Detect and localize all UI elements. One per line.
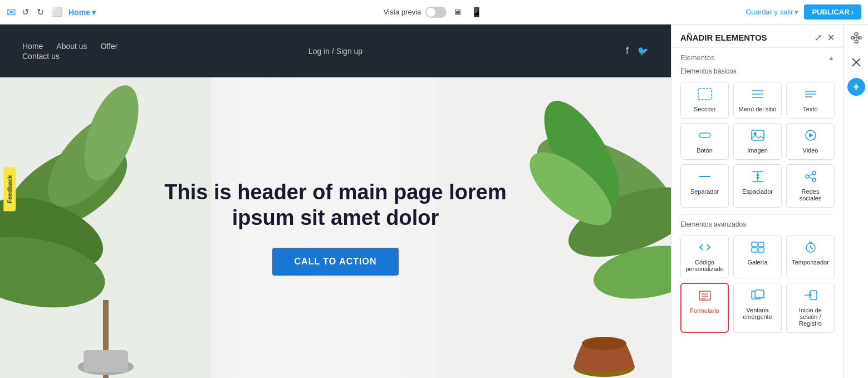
seccion-label: Sección bbox=[694, 106, 715, 112]
redo-button[interactable]: ↻ bbox=[35, 4, 46, 19]
twitter-icon[interactable]: 🐦 bbox=[637, 46, 649, 56]
undo-button[interactable]: ↺ bbox=[19, 4, 31, 19]
svg-rect-25 bbox=[752, 130, 764, 140]
element-boton[interactable]: Botón bbox=[680, 123, 729, 160]
element-inicio-sesion[interactable]: Inicio de sesión / Registro bbox=[786, 283, 835, 333]
mobile-icon[interactable]: 📱 bbox=[469, 6, 484, 18]
galeria-icon bbox=[751, 241, 765, 257]
menu-label: Menú del sitio bbox=[739, 106, 777, 112]
ventana-icon bbox=[751, 289, 765, 305]
svg-rect-40 bbox=[752, 242, 757, 247]
guardar-chevron: ▾ bbox=[795, 8, 798, 16]
galeria-label: Galería bbox=[747, 259, 767, 266]
svg-rect-17 bbox=[698, 89, 712, 100]
imagen-label: Imagen bbox=[747, 147, 768, 154]
svg-point-36 bbox=[812, 171, 816, 175]
element-temporizador[interactable]: Temporizador bbox=[786, 235, 835, 278]
feedback-tab[interactable]: Feedback bbox=[3, 167, 16, 211]
espaciador-icon bbox=[751, 170, 765, 186]
element-formulario[interactable]: Formulario bbox=[680, 283, 729, 333]
add-element-button[interactable]: + bbox=[847, 78, 865, 96]
boton-icon bbox=[698, 129, 712, 145]
email-icon: ✉ bbox=[7, 6, 16, 19]
element-seccion[interactable]: Sección bbox=[680, 82, 729, 119]
panel-title: AÑADIR ELEMENTOS bbox=[680, 33, 767, 42]
svg-marker-28 bbox=[809, 133, 813, 138]
nav-contact[interactable]: Contact us bbox=[22, 52, 60, 61]
desktop-icon[interactable]: 🖥 bbox=[451, 6, 464, 18]
texto-label: Texto bbox=[803, 106, 817, 112]
canvas: Home About us Offer Contact us Log in / … bbox=[0, 24, 671, 378]
svg-point-16 bbox=[582, 337, 626, 350]
vista-previa-label: Vista previa bbox=[384, 8, 421, 16]
texto-icon bbox=[803, 88, 818, 104]
hero-section: This is header of main page lorem ipsum … bbox=[0, 77, 671, 378]
svg-line-38 bbox=[809, 174, 812, 176]
svg-rect-42 bbox=[752, 248, 757, 252]
codigo-label: Código personalizado bbox=[684, 259, 725, 272]
nav-about[interactable]: About us bbox=[56, 42, 87, 51]
panel-scroll: Elementos ▲ Elementos básicos Sección bbox=[671, 48, 844, 378]
publicar-arrow: › bbox=[851, 8, 854, 16]
panel-header-icons: ⤢ ✕ bbox=[815, 32, 835, 43]
seccion-icon bbox=[698, 88, 712, 104]
panel-header: AÑADIR ELEMENTOS ⤢ ✕ bbox=[671, 24, 844, 48]
nav-home[interactable]: Home bbox=[22, 42, 43, 51]
save-screen-button[interactable]: ⬜ bbox=[50, 4, 65, 19]
svg-point-35 bbox=[806, 175, 809, 178]
formulario-icon bbox=[698, 289, 712, 305]
basic-elements-grid: Sección Menú del sitio Texto bbox=[671, 77, 844, 212]
panel-close-button[interactable]: ✕ bbox=[827, 32, 835, 43]
element-separador[interactable]: Separador bbox=[680, 164, 729, 208]
svg-marker-33 bbox=[756, 173, 759, 176]
panel-resize-icon[interactable]: ⤢ bbox=[815, 32, 822, 43]
element-galeria[interactable]: Galería bbox=[733, 235, 782, 278]
element-video[interactable]: Video bbox=[786, 123, 835, 160]
svg-line-39 bbox=[809, 177, 812, 179]
element-texto[interactable]: Texto bbox=[786, 82, 835, 119]
element-imagen[interactable]: Imagen bbox=[733, 123, 782, 160]
basic-elements-label: Elementos básicos bbox=[671, 65, 844, 77]
site-structure-button[interactable] bbox=[847, 29, 865, 47]
temporizador-label: Temporizador bbox=[792, 259, 829, 266]
svg-point-26 bbox=[753, 132, 756, 135]
video-label: Video bbox=[803, 147, 818, 154]
element-menu[interactable]: Menú del sitio bbox=[733, 82, 782, 119]
element-codigo[interactable]: Código personalizado bbox=[680, 235, 729, 278]
preview-toggle[interactable] bbox=[425, 7, 447, 18]
element-redes[interactable]: Redes sociales bbox=[786, 164, 835, 208]
svg-rect-41 bbox=[758, 242, 764, 247]
element-ventana[interactable]: Ventana emergente bbox=[733, 283, 782, 333]
svg-rect-56 bbox=[855, 33, 858, 35]
separador-icon bbox=[698, 170, 712, 186]
menu-icon bbox=[751, 88, 765, 104]
facebook-icon[interactable]: f bbox=[626, 45, 629, 57]
home-button[interactable]: Home ▾ bbox=[68, 8, 96, 17]
publicar-button[interactable]: PUBLICAR › bbox=[804, 4, 861, 19]
home-label: Home bbox=[68, 8, 90, 17]
guardar-button[interactable]: Guardar y salir ▾ bbox=[746, 8, 798, 16]
nav-social: f 🐦 bbox=[626, 45, 649, 57]
site-nav: Home About us Offer Contact us Log in / … bbox=[0, 24, 671, 77]
close-panel-button[interactable] bbox=[847, 53, 865, 71]
feedback-label: Feedback bbox=[6, 175, 13, 203]
element-espaciador[interactable]: Espaciador bbox=[733, 164, 782, 208]
elementos-chevron[interactable]: ▲ bbox=[828, 54, 835, 62]
svg-rect-53 bbox=[755, 290, 764, 298]
nav-offer[interactable]: Offer bbox=[101, 42, 118, 51]
home-chevron: ▾ bbox=[92, 8, 96, 17]
section-divider bbox=[680, 214, 835, 215]
cta-button[interactable]: CALL TO ACTION bbox=[272, 248, 399, 276]
boton-label: Botón bbox=[697, 147, 713, 154]
advanced-elements-label: Elementos avanzados bbox=[671, 217, 844, 230]
formulario-label: Formulario bbox=[690, 307, 719, 314]
login-text[interactable]: Log in / Sign up bbox=[308, 47, 362, 56]
ventana-label: Ventana emergente bbox=[737, 307, 778, 320]
svg-rect-43 bbox=[758, 248, 764, 252]
codigo-icon bbox=[698, 241, 712, 257]
right-panel: AÑADIR ELEMENTOS ⤢ ✕ Elementos ▲ Element… bbox=[671, 24, 844, 378]
inicio-sesion-label: Inicio de sesión / Registro bbox=[790, 307, 831, 327]
svg-marker-34 bbox=[756, 177, 759, 180]
publicar-label: PUBLICAR bbox=[812, 8, 849, 16]
espaciador-label: Espaciador bbox=[742, 188, 773, 195]
